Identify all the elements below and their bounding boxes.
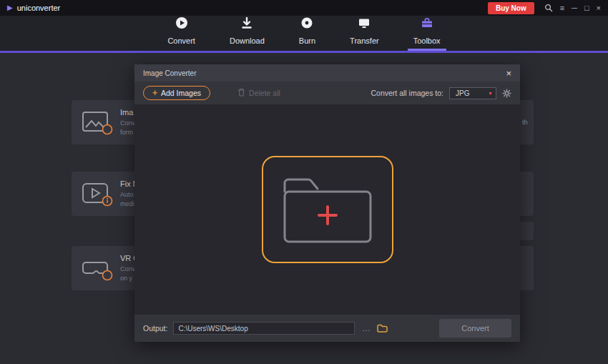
tab-transfer[interactable]: Transfer (344, 11, 385, 51)
browse-button[interactable]: ... (362, 324, 371, 333)
card-title: Ima (120, 108, 135, 117)
tab-label: Transfer (350, 36, 379, 45)
right-card-text-fragment: th (522, 119, 528, 126)
drop-area[interactable] (134, 104, 520, 315)
transfer-icon (357, 16, 371, 33)
tab-toolbox[interactable]: Toolbox (408, 11, 446, 51)
menu-icon[interactable]: ≡ (560, 4, 564, 12)
fix-media-icon (82, 181, 114, 207)
image-converter-icon (82, 109, 114, 135)
convert-to-group: Convert all images to: JPG ▼ (371, 87, 511, 99)
toolbox-content: Ima Conv form Fix M Auto medi VR C Conv (0, 53, 608, 364)
card-desc: Conv (120, 119, 135, 127)
close-icon[interactable]: × (597, 4, 601, 12)
card-desc: form (120, 128, 135, 137)
tab-label: Download (230, 36, 265, 45)
download-icon (240, 16, 254, 33)
main-nav: Convert Download Burn Transfer Toolbox (0, 16, 608, 51)
maximize-icon[interactable]: □ (584, 4, 589, 12)
convert-all-label: Convert all images to: (371, 89, 443, 97)
burn-icon (300, 16, 314, 33)
output-path-input[interactable] (173, 322, 355, 335)
image-converter-dialog: Image Converter × + Add Images Delete al… (134, 64, 520, 342)
add-images-button[interactable]: + Add Images (143, 86, 210, 100)
settings-gear-icon[interactable] (502, 89, 511, 98)
convert-icon (175, 16, 189, 33)
delete-all-label: Delete all (249, 89, 280, 97)
tab-convert[interactable]: Convert (162, 11, 201, 51)
tab-label: Toolbox (413, 36, 441, 45)
dropdown-arrow-icon: ▼ (488, 91, 493, 96)
tab-label: Burn (299, 36, 315, 45)
dialog-header: Image Converter × (134, 64, 520, 82)
minimize-icon[interactable]: ─ (572, 4, 577, 12)
trash-icon (237, 88, 245, 98)
plus-icon: + (152, 89, 157, 97)
dialog-toolbar: + Add Images Delete all Convert all imag… (134, 82, 520, 104)
folder-plus-icon (274, 169, 381, 251)
tab-download[interactable]: Download (224, 11, 270, 51)
delete-all-button[interactable]: Delete all (237, 88, 280, 98)
app-title: uniconverter (17, 4, 61, 12)
buy-now-button[interactable]: Buy Now (488, 2, 534, 14)
dialog-footer: Output: ... Convert (134, 315, 520, 342)
titlebar-controls: Buy Now ≡ ─ □ × (488, 2, 601, 14)
dialog-title: Image Converter (143, 69, 196, 77)
app-window: ▶ uniconverter Buy Now ≡ ─ □ × Convert D… (0, 0, 608, 53)
tab-label: Convert (167, 36, 195, 45)
dialog-close-icon[interactable]: × (506, 69, 511, 78)
add-images-label: Add Images (161, 89, 201, 97)
toolbox-icon (420, 16, 434, 33)
app-logo-icon: ▶ (7, 4, 13, 11)
add-files-folder-button[interactable] (262, 156, 393, 263)
output-label: Output: (143, 324, 167, 333)
format-dropdown[interactable]: JPG ▼ (449, 87, 496, 99)
tab-burn[interactable]: Burn (293, 11, 321, 51)
convert-button[interactable]: Convert (439, 319, 511, 338)
vr-converter-icon (82, 255, 114, 281)
format-value: JPG (456, 89, 488, 97)
open-folder-icon[interactable] (377, 324, 388, 333)
search-icon[interactable] (544, 4, 553, 12)
